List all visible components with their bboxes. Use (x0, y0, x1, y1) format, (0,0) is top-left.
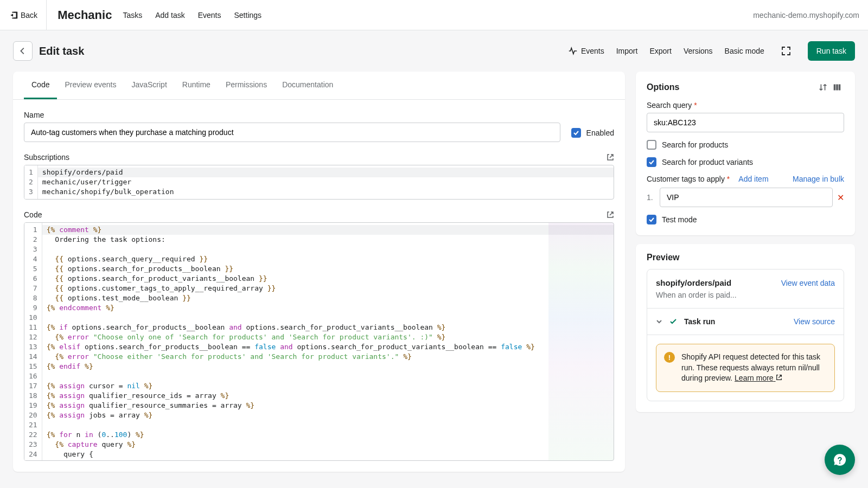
preview-title: Preview (636, 244, 855, 269)
options-title: Options (647, 82, 816, 92)
run-task-button[interactable]: Run task (808, 41, 855, 61)
tag-index: 1. (647, 193, 655, 202)
test-mode-label: Test mode (662, 215, 697, 224)
page-back-button[interactable] (13, 41, 33, 61)
basic-mode-link[interactable]: Basic mode (725, 47, 764, 55)
subscriptions-popout-button[interactable] (607, 153, 614, 161)
export-link[interactable]: Export (649, 47, 671, 55)
page-title: Edit task (39, 45, 84, 57)
events-link[interactable]: Events (568, 46, 604, 56)
back-button[interactable]: Back (9, 0, 47, 30)
tags-label: Customer tags to apply * (647, 175, 730, 183)
help-chat-button[interactable] (825, 445, 855, 475)
check-icon (573, 130, 579, 136)
preview-event-name: shopify/orders/paid (656, 278, 731, 287)
chat-icon (833, 453, 847, 467)
code-popout-button[interactable] (607, 211, 614, 219)
nav-events[interactable]: Events (198, 11, 221, 20)
search-query-input[interactable] (647, 113, 844, 132)
versions-link[interactable]: Versions (684, 47, 713, 55)
shop-domain: mechanic-demo.myshopify.com (753, 11, 859, 20)
check-icon (648, 216, 655, 223)
search-query-label: Search query * (647, 101, 844, 110)
header-actions: Events Import Export Versions Basic mode… (568, 41, 855, 61)
tab-javascript[interactable]: JavaScript (124, 72, 174, 99)
search-variants-checkbox[interactable] (647, 157, 656, 167)
enabled-checkbox[interactable] (571, 128, 581, 138)
sort-icon (818, 82, 828, 92)
check-circle-icon (669, 317, 678, 326)
search-variants-label: Search for product variants (662, 158, 753, 166)
popout-icon (607, 211, 614, 219)
chevron-down-icon (656, 318, 662, 325)
view-event-data-link[interactable]: View event data (781, 279, 835, 287)
preview-card: Preview shopify/orders/paid View event d… (636, 244, 855, 412)
tag-input[interactable] (660, 188, 833, 207)
banner-text: Shopify API request detected for this ta… (681, 352, 827, 384)
options-card: Options Search query * Search for produc… (636, 72, 855, 235)
topbar: Back Mechanic Tasks Add task Events Sett… (0, 0, 868, 30)
tab-code[interactable]: Code (24, 72, 57, 99)
task-name-input[interactable] (24, 123, 560, 142)
learn-more-link[interactable]: Learn more (735, 374, 782, 382)
import-link[interactable]: Import (616, 47, 638, 55)
task-run-row[interactable]: Task run View source (647, 309, 844, 335)
activity-icon (568, 46, 578, 56)
tab-runtime[interactable]: Runtime (175, 72, 218, 99)
search-products-checkbox[interactable] (647, 140, 656, 150)
task-run-label: Task run (684, 317, 787, 326)
fullscreen-button[interactable] (776, 41, 796, 61)
options-sort-button[interactable] (816, 80, 830, 94)
manage-bulk-link[interactable]: Manage in bulk (793, 175, 844, 183)
brand-name: Mechanic (58, 8, 112, 22)
warning-icon: ! (664, 352, 675, 363)
enabled-label: Enabled (586, 129, 614, 137)
search-products-label: Search for products (662, 140, 728, 149)
code-editor[interactable]: 123456789101112131415161718192021222324 … (24, 222, 614, 461)
nav-tasks[interactable]: Tasks (123, 11, 142, 20)
test-mode-checkbox[interactable] (647, 215, 656, 224)
columns-icon (832, 82, 842, 92)
popout-icon (607, 153, 614, 161)
tab-permissions[interactable]: Permissions (218, 72, 275, 99)
tab-preview-events[interactable]: Preview events (57, 72, 124, 99)
back-icon (9, 10, 18, 20)
name-label: Name (24, 111, 560, 119)
preview-warning-banner: ! Shopify API request detected for this … (656, 344, 835, 392)
nav-settings[interactable]: Settings (234, 11, 261, 20)
tag-delete-button[interactable]: ✕ (837, 192, 844, 203)
arrow-left-icon (18, 46, 28, 56)
back-label: Back (21, 11, 37, 20)
subscription-line: mechanic/shopify/bulk_operation (38, 187, 614, 197)
tab-documentation[interactable]: Documentation (275, 72, 341, 99)
add-item-link[interactable]: Add item (738, 175, 768, 183)
top-nav: Tasks Add task Events Settings (123, 11, 261, 20)
subscription-line: shopify/orders/paid (38, 168, 614, 177)
code-label: Code (24, 210, 42, 219)
external-link-icon (776, 374, 782, 381)
nav-add-task[interactable]: Add task (155, 11, 184, 20)
main-card: Code Preview events JavaScript Runtime P… (13, 72, 625, 472)
subscription-line: mechanic/user/trigger (38, 177, 614, 187)
view-source-link[interactable]: View source (794, 317, 835, 326)
options-columns-button[interactable] (830, 80, 844, 94)
subscriptions-editor[interactable]: 123 shopify/orders/paid mechanic/user/tr… (24, 165, 614, 200)
preview-event-desc: When an order is paid... (656, 291, 835, 299)
editor-tabs: Code Preview events JavaScript Runtime P… (13, 72, 625, 100)
check-icon (648, 159, 655, 165)
fullscreen-icon (781, 46, 792, 56)
page-header: Edit task Events Import Export Versions … (0, 30, 868, 72)
subscriptions-label: Subscriptions (24, 153, 69, 162)
